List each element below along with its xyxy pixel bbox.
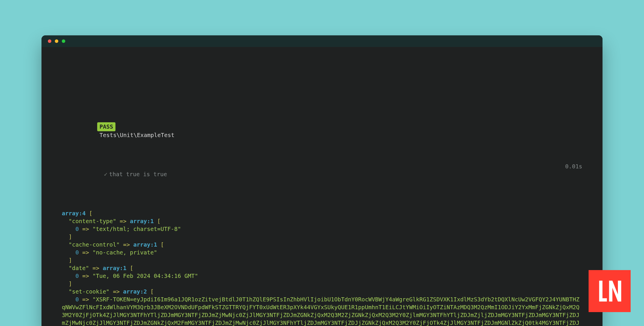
- arrow: =>: [82, 226, 89, 232]
- val-content-type: "text/html; charset=UTF-8": [93, 226, 181, 232]
- arr-label: array:1: [130, 218, 154, 225]
- arr-label: array:1: [133, 241, 157, 248]
- terminal-window: PASS Tests\Unit\ExampleTest ✓that true i…: [41, 35, 603, 326]
- arr-label: array:2: [123, 288, 147, 295]
- val-cookie-0: "XSRF-TOKEN=eyJpdiI6Im96a1JQR1ozZitvejBt…: [62, 296, 580, 326]
- check-icon: ✓: [104, 171, 107, 178]
- arrow: =>: [82, 296, 89, 303]
- idx: 0: [75, 226, 79, 232]
- test1-time: 0.01s: [565, 163, 582, 170]
- bracket-open: [: [89, 210, 93, 217]
- bracket: [: [157, 218, 161, 225]
- zoom-icon[interactable]: [62, 39, 65, 43]
- bracket: ]: [68, 234, 72, 240]
- bracket: ]: [68, 257, 72, 264]
- key-date: "date": [68, 265, 89, 272]
- test1-desc: that true is true: [109, 171, 167, 178]
- key-cache-control: "cache-control": [68, 241, 120, 248]
- arrow: =>: [82, 249, 89, 256]
- key-content-type: "content-type": [68, 218, 116, 225]
- array-label: array:4: [62, 210, 86, 217]
- idx: 0: [75, 296, 79, 303]
- arrow: =>: [113, 288, 120, 295]
- close-icon[interactable]: [48, 39, 51, 43]
- bracket: [: [130, 265, 133, 272]
- ln-icon: [596, 277, 623, 305]
- idx: 0: [75, 273, 79, 279]
- titlebar[interactable]: [41, 35, 603, 47]
- bracket: [: [150, 288, 154, 295]
- arrow: =>: [123, 241, 130, 248]
- arrow: =>: [93, 265, 99, 272]
- arrow: =>: [82, 273, 89, 279]
- pass-badge: PASS: [97, 122, 115, 131]
- test1-row: ✓that true is true 0.01s: [70, 163, 582, 186]
- laravel-news-logo: [589, 270, 631, 312]
- val-cache-control: "no-cache, private": [93, 249, 157, 256]
- test-path: Tests\Unit\ExampleTest: [100, 132, 174, 139]
- terminal-output: PASS Tests\Unit\ExampleTest ✓that true i…: [41, 47, 603, 326]
- array-dump: array:4 [ "content-type" => array:1 [ 0 …: [62, 210, 582, 326]
- bracket: [: [161, 241, 164, 248]
- idx: 0: [75, 249, 79, 256]
- bracket: ]: [68, 281, 72, 287]
- arrow: =>: [120, 218, 126, 225]
- val-date: "Tue, 06 Feb 2024 04:34:16 GMT": [93, 273, 198, 279]
- key-set-cookie: "set-cookie": [68, 288, 109, 295]
- test-block-1: PASS Tests\Unit\ExampleTest: [70, 114, 582, 147]
- arr-label: array:1: [103, 265, 126, 272]
- minimize-icon[interactable]: [55, 39, 58, 43]
